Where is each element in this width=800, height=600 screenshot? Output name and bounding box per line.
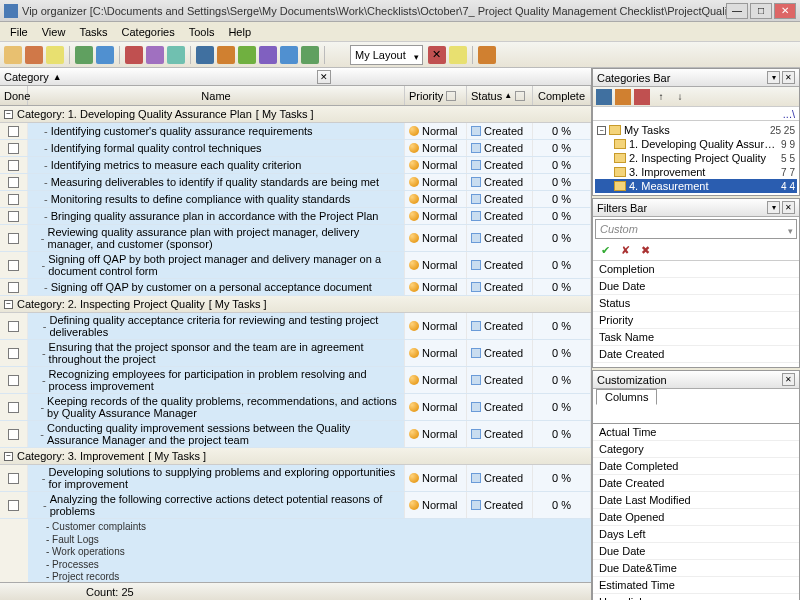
done-cell[interactable] [0, 157, 28, 173]
group-link[interactable]: [ My Tasks ] [256, 108, 314, 120]
task-edit-icon[interactable] [217, 46, 235, 64]
complete-cell[interactable]: 0 % [533, 225, 591, 251]
complete-cell[interactable]: 0 % [533, 252, 591, 278]
status-cell[interactable]: Created [467, 123, 533, 139]
menu-help[interactable]: Help [222, 24, 257, 40]
filter-item[interactable]: Status [593, 295, 799, 312]
collapse-icon[interactable]: − [4, 110, 13, 119]
panel-options-button[interactable]: ▾ [767, 71, 780, 84]
copy-icon[interactable] [146, 46, 164, 64]
panel-options-button[interactable]: ▾ [767, 201, 780, 214]
filter-item[interactable]: Due Date [593, 278, 799, 295]
status-cell[interactable]: Created [467, 174, 533, 190]
status-cell[interactable]: Created [467, 340, 533, 366]
name-cell[interactable]: -Defining quality acceptance criteria fo… [28, 313, 405, 339]
category-icon[interactable] [259, 46, 277, 64]
collapse-icon[interactable]: − [4, 300, 13, 309]
cat-up-icon[interactable]: ↑ [653, 89, 669, 105]
layout-save-icon[interactable] [449, 46, 467, 64]
checkbox-icon[interactable] [8, 126, 19, 137]
tree-breadcrumb[interactable]: ...\ [593, 107, 799, 121]
name-cell[interactable]: -Reviewing quality assurance plan with p… [28, 225, 405, 251]
priority-cell[interactable]: Normal [405, 465, 467, 491]
name-cell[interactable]: -Measuring deliverables to identify if q… [28, 174, 405, 190]
group-link[interactable]: [ My Tasks ] [148, 450, 206, 462]
complete-cell[interactable]: 0 % [533, 367, 591, 393]
filter-item[interactable]: Date Created [593, 346, 799, 363]
name-cell[interactable]: -Signing off QAP by customer on a person… [28, 279, 405, 295]
help-icon[interactable] [478, 46, 496, 64]
checkbox-icon[interactable] [8, 402, 19, 413]
checkbox-icon[interactable] [8, 233, 19, 244]
checkbox-icon[interactable] [8, 473, 19, 484]
done-cell[interactable] [0, 252, 28, 278]
column-name[interactable]: Name [28, 86, 405, 105]
column-item[interactable]: Date Completed [593, 458, 799, 475]
task-new-icon[interactable] [196, 46, 214, 64]
checkbox-icon[interactable] [8, 211, 19, 222]
column-priority[interactable]: Priority [405, 86, 467, 105]
maximize-button[interactable]: □ [750, 3, 772, 19]
done-cell[interactable] [0, 140, 28, 156]
status-cell[interactable]: Created [467, 367, 533, 393]
name-cell[interactable]: -Monitoring results to define compliance… [28, 191, 405, 207]
name-cell[interactable]: -Identifying formal quality control tech… [28, 140, 405, 156]
categories-tree[interactable]: −My Tasks25 251. Developing Quality Assu… [593, 121, 799, 195]
done-cell[interactable] [0, 394, 28, 420]
column-menu-icon[interactable] [515, 91, 525, 101]
task-row[interactable]: -Bringing quality assurance plan in acco… [0, 208, 591, 225]
column-done[interactable]: Done [0, 86, 28, 105]
open-file-icon[interactable] [25, 46, 43, 64]
group-by-header[interactable]: Category ▲ ✕ [0, 68, 591, 86]
save-icon[interactable] [46, 46, 64, 64]
filters-list[interactable]: CompletionDue DateStatusPriorityTask Nam… [593, 261, 799, 367]
column-item[interactable]: Due Date&Time [593, 560, 799, 577]
task-row[interactable]: -Conducting quality improvement sessions… [0, 421, 591, 448]
group-row[interactable]: −Category: 1. Developing Quality Assuran… [0, 106, 591, 123]
task-row[interactable]: -Signing off QAP by customer on a person… [0, 279, 591, 296]
status-cell[interactable]: Created [467, 492, 533, 518]
complete-cell[interactable]: 0 % [533, 492, 591, 518]
name-cell[interactable]: -Keeping records of the quality problems… [28, 394, 405, 420]
group-remove-button[interactable]: ✕ [317, 70, 331, 84]
filter-item[interactable]: Date Last Modif... [593, 363, 799, 367]
complete-cell[interactable]: 0 % [533, 465, 591, 491]
collapse-icon[interactable]: − [4, 452, 13, 461]
layout-combo[interactable]: My Layout [350, 45, 423, 65]
priority-cell[interactable]: Normal [405, 157, 467, 173]
filter-item[interactable]: Priority [593, 312, 799, 329]
task-row[interactable]: -Reviewing quality assurance plan with p… [0, 225, 591, 252]
priority-cell[interactable]: Normal [405, 340, 467, 366]
complete-cell[interactable]: 0 % [533, 123, 591, 139]
status-cell[interactable]: Created [467, 313, 533, 339]
checkbox-icon[interactable] [8, 260, 19, 271]
tree-root[interactable]: −My Tasks25 25 [595, 123, 797, 137]
group-row[interactable]: −Category: 3. Improvement [ My Tasks ] [0, 448, 591, 465]
refresh-icon[interactable] [301, 46, 319, 64]
done-cell[interactable] [0, 279, 28, 295]
checkbox-icon[interactable] [8, 321, 19, 332]
done-cell[interactable] [0, 191, 28, 207]
column-item[interactable]: Date Created [593, 475, 799, 492]
status-cell[interactable]: Created [467, 208, 533, 224]
filter-icon[interactable] [280, 46, 298, 64]
complete-cell[interactable]: 0 % [533, 394, 591, 420]
priority-cell[interactable]: Normal [405, 225, 467, 251]
done-cell[interactable] [0, 313, 28, 339]
task-row[interactable]: -Monitoring results to define compliance… [0, 191, 591, 208]
undo-icon[interactable] [75, 46, 93, 64]
cat-new-icon[interactable] [596, 89, 612, 105]
status-cell[interactable]: Created [467, 279, 533, 295]
menu-categories[interactable]: Categories [116, 24, 181, 40]
tree-item[interactable]: 4. Measurement4 4 [595, 179, 797, 193]
task-delete-icon[interactable] [238, 46, 256, 64]
complete-cell[interactable]: 0 % [533, 279, 591, 295]
priority-cell[interactable]: Normal [405, 208, 467, 224]
name-cell[interactable]: -Identifying metrics to measure each qua… [28, 157, 405, 173]
checkbox-icon[interactable] [8, 143, 19, 154]
priority-cell[interactable]: Normal [405, 123, 467, 139]
minimize-button[interactable]: — [726, 3, 748, 19]
checkbox-icon[interactable] [8, 194, 19, 205]
name-cell[interactable]: -Conducting quality improvement sessions… [28, 421, 405, 447]
priority-cell[interactable]: Normal [405, 252, 467, 278]
